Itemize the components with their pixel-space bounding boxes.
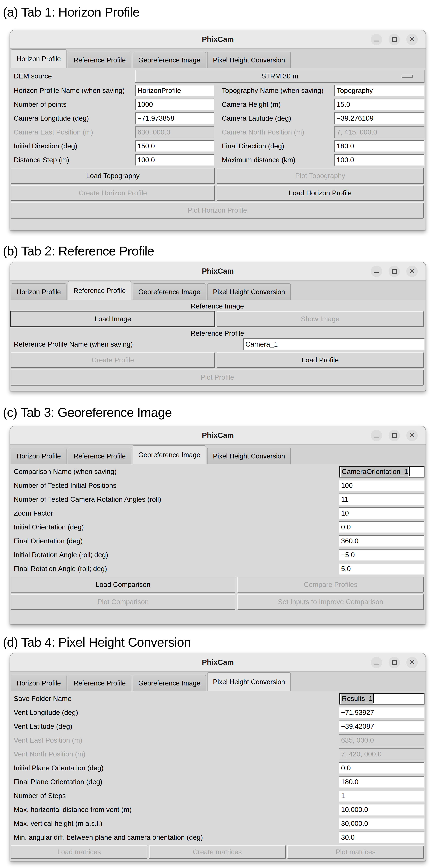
horizon-profile-name-input[interactable]: HorizonProfile — [135, 85, 214, 96]
vent-longitude-input[interactable]: −71.93927 — [339, 707, 425, 718]
initial-plane-orientation-input[interactable]: 0.0 — [339, 762, 425, 774]
camera-height-input[interactable]: 15.0 — [334, 98, 425, 110]
final-rotation-angle-input[interactable]: 5.0 — [339, 563, 425, 575]
load-horizon-profile-button[interactable]: Load Horizon Profile — [217, 185, 424, 201]
maximum-distance-input[interactable]: 100.0 — [334, 154, 425, 166]
tested-rotation-angles-input[interactable]: 11 — [339, 494, 425, 505]
close-button[interactable]: ✕ — [406, 266, 418, 277]
load-topography-button[interactable]: Load Topography — [11, 168, 215, 184]
close-button[interactable]: ✕ — [406, 657, 418, 668]
set-inputs-improve-comparison-button[interactable]: Set Inputs to Improve Comparison — [237, 594, 424, 610]
tab-horizon-profile[interactable]: Horizon Profile — [11, 283, 67, 300]
final-orientation-input[interactable]: 360.0 — [339, 535, 425, 547]
plot-matrices-button[interactable]: Plot matrices — [287, 845, 424, 859]
tab-pixel-height-conversion[interactable]: Pixel Height Conversion — [207, 283, 291, 300]
tab-pixel-height-conversion[interactable]: Pixel Height Conversion — [207, 52, 291, 68]
initial-orientation-label: Initial Orientation (deg) — [14, 521, 339, 533]
tab-reference-profile[interactable]: Reference Profile — [68, 52, 131, 68]
dropdown-indicator-icon — [402, 74, 413, 78]
load-profile-button[interactable]: Load Profile — [217, 352, 424, 368]
tab-georeference-image[interactable]: Georeference Image — [133, 283, 206, 300]
tab-georeference-image[interactable]: Georeference Image — [133, 445, 206, 464]
titlebar[interactable]: PhixCam ✕ — [10, 30, 426, 49]
camera-latitude-input[interactable]: −39.276109 — [334, 113, 425, 124]
initial-rotation-angle-label: Initial Rotation Angle (roll; deg) — [14, 549, 339, 561]
maximize-button[interactable] — [389, 657, 400, 668]
titlebar[interactable]: PhixCam ✕ — [10, 262, 426, 281]
create-profile-button[interactable]: Create Profile — [11, 352, 215, 368]
maximize-button[interactable] — [389, 266, 400, 277]
number-of-points-label: Number of points — [14, 98, 135, 110]
compare-profiles-button[interactable]: Compare Profiles — [237, 577, 424, 592]
close-button[interactable]: ✕ — [406, 34, 418, 45]
window-title: PhixCam — [202, 431, 234, 440]
close-button[interactable]: ✕ — [406, 430, 418, 441]
initial-rotation-angle-input[interactable]: −5.0 — [339, 549, 425, 561]
show-image-button[interactable]: Show Image — [217, 311, 424, 327]
final-direction-input[interactable]: 180.0 — [334, 140, 425, 152]
maximize-button[interactable] — [389, 430, 400, 441]
plot-topography-button[interactable]: Plot Topography — [217, 168, 424, 184]
camera-height-label: Camera Height (m) — [214, 98, 334, 110]
minimize-button[interactable] — [371, 430, 382, 441]
minimize-button[interactable] — [371, 266, 382, 277]
tab-georeference-image[interactable]: Georeference Image — [133, 52, 206, 68]
create-horizon-profile-button[interactable]: Create Horizon Profile — [11, 185, 215, 201]
initial-direction-label: Initial Direction (deg) — [14, 140, 135, 152]
create-matrices-button[interactable]: Create matrices — [149, 845, 286, 859]
initial-orientation-input[interactable]: 0.0 — [339, 521, 425, 533]
max-horizontal-distance-input[interactable]: 10,000.0 — [339, 804, 425, 815]
final-plane-orientation-input[interactable]: 180.0 — [339, 776, 425, 788]
save-folder-name-label: Save Folder Name — [14, 693, 339, 705]
vent-north-position-input: 7, 420, 000.0 — [339, 748, 425, 760]
minimize-button[interactable] — [371, 34, 382, 45]
tab-pixel-height-conversion[interactable]: Pixel Height Conversion — [207, 447, 291, 464]
dem-source-dropdown[interactable]: STRM 30 m — [135, 70, 425, 83]
plot-horizon-profile-button[interactable]: Plot Horizon Profile — [11, 203, 424, 218]
save-folder-name-input[interactable]: Results_1 — [339, 693, 425, 705]
plot-comparison-button[interactable]: Plot Comparison — [11, 594, 235, 610]
load-image-button[interactable]: Load Image — [11, 311, 215, 327]
tab-pixel-height-conversion[interactable]: Pixel Height Conversion — [207, 672, 291, 691]
vent-latitude-input[interactable]: −39.42087 — [339, 720, 425, 732]
min-angular-diff-input[interactable]: 30.0 — [339, 832, 425, 843]
topography-name-input[interactable]: Topography — [334, 85, 425, 96]
tab-horizon-profile[interactable]: Horizon Profile — [11, 49, 67, 68]
tab-georeference-image[interactable]: Georeference Image — [133, 675, 206, 691]
zoom-factor-input[interactable]: 10 — [339, 507, 425, 519]
titlebar[interactable]: PhixCam ✕ — [10, 653, 426, 672]
load-matrices-button[interactable]: Load matrices — [11, 845, 147, 859]
reference-profile-name-input[interactable]: Camera_1 — [243, 338, 425, 350]
tab-horizon-profile[interactable]: Horizon Profile — [11, 675, 67, 691]
titlebar[interactable]: PhixCam ✕ — [10, 426, 426, 445]
camera-longitude-label: Camera Longitude (deg) — [14, 113, 135, 124]
phixcam-window-c: PhixCam ✕ Horizon Profile Reference Prof… — [10, 426, 426, 624]
tab-bar: Horizon Profile Reference Profile Georef… — [10, 281, 426, 300]
tab-bar: Horizon Profile Reference Profile Georef… — [10, 49, 426, 68]
text-cursor — [373, 694, 374, 703]
tab-reference-profile[interactable]: Reference Profile — [68, 281, 131, 300]
figure-caption-c: (c) Tab 3: Georeference Image — [3, 404, 430, 421]
camera-latitude-label: Camera Latitude (deg) — [214, 113, 334, 124]
initial-direction-input[interactable]: 150.0 — [135, 140, 214, 152]
tab-reference-profile[interactable]: Reference Profile — [68, 447, 131, 464]
dem-source-label: DEM source — [14, 70, 135, 83]
phixcam-window-b: PhixCam ✕ Horizon Profile Reference Prof… — [10, 262, 426, 391]
minimize-button[interactable] — [371, 657, 382, 668]
maximize-icon — [392, 37, 397, 42]
camera-east-position-input: 630, 000.0 — [135, 126, 214, 138]
number-of-steps-input[interactable]: 1 — [339, 790, 425, 802]
tab-bar: Horizon Profile Reference Profile Georef… — [10, 672, 426, 691]
tab-horizon-profile[interactable]: Horizon Profile — [11, 447, 67, 464]
number-of-points-input[interactable]: 1000 — [135, 98, 214, 110]
tested-initial-positions-input[interactable]: 100 — [339, 479, 425, 491]
distance-step-input[interactable]: 100.0 — [135, 154, 214, 166]
comparison-name-input[interactable]: CameraOrientation_1 — [339, 466, 425, 477]
camera-longitude-input[interactable]: −71.973858 — [135, 113, 214, 124]
plot-profile-button[interactable]: Plot Profile — [11, 370, 424, 385]
load-comparison-button[interactable]: Load Comparison — [11, 577, 235, 592]
tab-reference-profile[interactable]: Reference Profile — [68, 675, 131, 691]
max-vertical-height-input[interactable]: 30,000.0 — [339, 818, 425, 829]
minimize-icon — [374, 437, 379, 437]
maximize-button[interactable] — [389, 34, 400, 45]
